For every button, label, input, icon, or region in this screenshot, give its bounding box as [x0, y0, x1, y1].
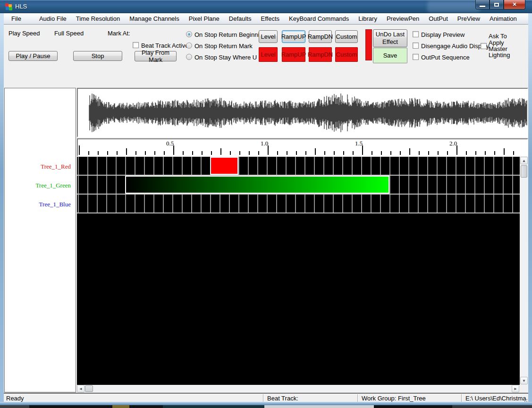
radio-on-stop-return-mark[interactable] [186, 42, 192, 49]
beat-track-active-checkbox[interactable] [133, 42, 139, 48]
radio-on-stop-stay[interactable] [186, 54, 192, 60]
effect-custom-button[interactable]: Custom [335, 30, 358, 43]
vertical-scrollbar[interactable]: ▲ ▼ [520, 157, 528, 385]
menu-keyboard-commands[interactable]: KeyBoard Commands [284, 14, 354, 24]
menu-preview[interactable]: PreView [453, 14, 485, 24]
ruler-tick [296, 151, 297, 155]
display-preview-label: Display Preview [421, 31, 464, 38]
scroll-down-button[interactable]: ▼ [520, 377, 528, 384]
channel-label-red[interactable]: Tree_1_Red [5, 163, 71, 170]
effect-rampup-red-button[interactable]: RampUP [282, 47, 305, 62]
menu-defaults[interactable]: Defaults [224, 14, 256, 24]
taskbar-segment [264, 405, 374, 408]
horizontal-scroll-thumb[interactable] [85, 385, 93, 392]
close-button[interactable]: ✕ [504, 0, 525, 9]
status-separator [263, 394, 264, 402]
play-pause-button[interactable]: Play / Pause [8, 51, 58, 61]
status-bar: Ready Beat Track: Work Group: First_Tree… [4, 393, 528, 402]
effect-level-button[interactable]: Level [259, 30, 278, 43]
effect-block-tree_1_green[interactable] [125, 176, 389, 194]
effect-grid[interactable] [77, 157, 520, 385]
scroll-right-button[interactable]: ► [512, 385, 519, 392]
ask-to-line4: Lighting [489, 51, 510, 59]
menu-time-resolution[interactable]: Time Resolution [71, 14, 125, 24]
effect-rampdn-red-button[interactable]: RampDN [309, 47, 332, 62]
resize-grip-icon[interactable] [523, 398, 527, 402]
horizontal-scrollbar[interactable]: ◄ ► [77, 385, 520, 392]
ruler-tick [494, 151, 495, 155]
ruler-tick [230, 151, 231, 155]
ruler-tick [353, 151, 354, 155]
menu-output[interactable]: OutPut [424, 14, 452, 24]
menu-library[interactable]: Library [354, 14, 382, 24]
menu-previewpen[interactable]: PreviewPen [382, 14, 424, 24]
ruler-tick [315, 148, 316, 155]
radio-on-stop-return-beginning[interactable] [186, 31, 192, 37]
arrow-left-icon: ◄ [79, 387, 83, 391]
effect-rampup-button[interactable]: RampUP [282, 30, 305, 43]
mark-at-label: Mark At: [108, 30, 130, 37]
display-preview-checkbox[interactable] [413, 31, 419, 37]
disengage-audio-checkbox[interactable] [413, 42, 419, 49]
menu-audio-file[interactable]: Audio File [34, 14, 71, 24]
grid-row-blue[interactable] [77, 195, 520, 212]
ruler-label: 0.5 [166, 140, 174, 147]
ruler-tick [428, 151, 429, 155]
channel-label-green[interactable]: Tree_1_Green [5, 182, 71, 189]
menu-pixel-plane[interactable]: Pixel Plane [184, 14, 224, 24]
ask-to-line1: Ask To [489, 33, 507, 40]
ruler-tick [145, 151, 146, 155]
ruler-tick [183, 151, 184, 155]
maximize-icon [494, 3, 499, 7]
maximize-button[interactable] [490, 0, 504, 9]
close-icon: ✕ [512, 1, 516, 8]
taskbar-segment [163, 405, 264, 408]
title-bar[interactable]: HLS ✕ [0, 0, 532, 13]
arrow-down-icon: ▼ [522, 379, 526, 383]
audio-waveform-display[interactable] [77, 88, 528, 137]
undo-last-effect-button[interactable]: UnDo Last Effect [373, 29, 407, 47]
window-title: HLS [15, 3, 27, 10]
menu-file[interactable]: File [7, 14, 26, 24]
ask-to-apply-master-lighting-checkbox[interactable] [481, 43, 487, 49]
status-file-path: E:\ Users\Ed\Christma [465, 395, 526, 402]
ruler-tick [220, 148, 221, 155]
ruler-tick [239, 151, 240, 155]
channel-panel: Tree_1_Red Tree_1_Green Tree_1_Blue [4, 88, 76, 392]
timeline-ruler[interactable]: 0.51.01.52.0 [77, 138, 528, 156]
ruler-tick [438, 151, 439, 155]
window-border-right [528, 13, 532, 402]
desktop-taskbar[interactable] [0, 405, 532, 408]
scroll-left-button[interactable]: ◄ [77, 385, 84, 392]
menu-effects[interactable]: Effects [256, 14, 285, 24]
arrow-up-icon: ▲ [522, 159, 526, 163]
ruler-tick [485, 151, 486, 155]
minimize-button[interactable] [475, 0, 490, 9]
scroll-up-button[interactable]: ▲ [520, 157, 528, 164]
ruler-tick [409, 148, 410, 155]
effect-custom-red-button[interactable]: Custom [335, 47, 358, 62]
vertical-scroll-thumb[interactable] [521, 165, 527, 178]
ruler-tick [249, 151, 250, 155]
effect-rampdn-button[interactable]: RampDN [309, 30, 332, 43]
waveform-icon [78, 89, 527, 136]
status-ready: Ready [6, 395, 24, 402]
channel-label-blue[interactable]: Tree_1_Blue [5, 201, 71, 208]
ruler-label: 2.0 [449, 140, 457, 147]
ruler-tick [305, 151, 306, 155]
effect-level-red-button[interactable]: Level [259, 47, 278, 62]
output-sequence-checkbox[interactable] [413, 54, 419, 60]
menu-animation[interactable]: Animation [485, 14, 522, 24]
sequence-area: Tree_1_Red Tree_1_Green Tree_1_Blue 0.51… [4, 87, 528, 393]
row-separator [77, 212, 520, 213]
play-from-mark-button[interactable]: Play From Mark [135, 51, 177, 61]
grid-row-red[interactable] [77, 157, 520, 175]
ruler-tick [447, 151, 448, 155]
effect-block-tree_1_red[interactable] [210, 157, 238, 175]
pen-color-indicator [365, 29, 372, 60]
full-speed-label: Full Speed [54, 30, 84, 37]
stop-button[interactable]: Stop [73, 51, 122, 61]
ruler-tick [287, 151, 287, 155]
menu-manage-channels[interactable]: Manage Channels [125, 14, 184, 24]
save-button[interactable]: Save [373, 48, 407, 63]
